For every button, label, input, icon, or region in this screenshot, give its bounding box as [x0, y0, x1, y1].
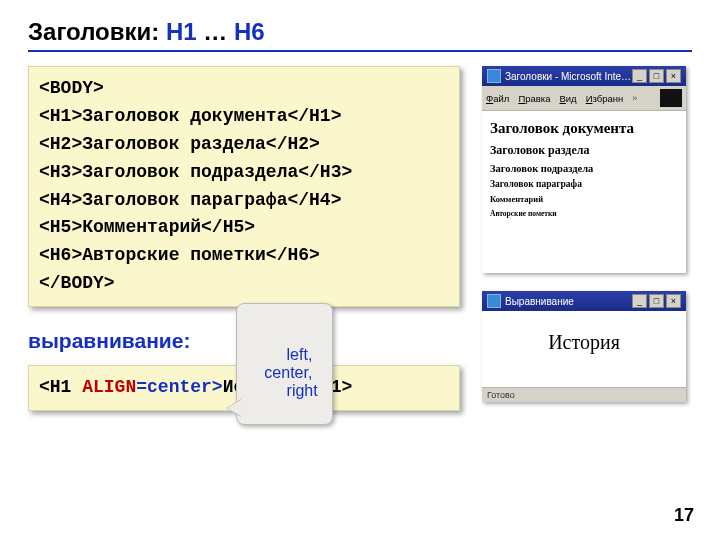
preview-browser-1: Заголовки - Microsoft Intern… _ □ × ФФай… — [482, 66, 686, 273]
code-h3-text: Заголовок подраздела — [82, 162, 298, 182]
preview-h2: Заголовок раздела — [490, 143, 678, 158]
menu-fav[interactable]: Избранн — [586, 93, 624, 104]
menu-view[interactable]: Вид — [559, 93, 576, 104]
app-icon — [487, 69, 501, 83]
code-body-open: <BODY> — [39, 78, 104, 98]
titlebar-2-text: Выравнивание — [505, 296, 632, 307]
page-number: 17 — [674, 505, 694, 526]
code-h1-close: </H1> — [287, 106, 341, 126]
preview-2-content: История — [482, 311, 686, 387]
title-mid: … — [197, 18, 234, 45]
code-h5-close: </H5> — [201, 217, 255, 237]
menubar-1: ФФайлайл Правка Вид Избранн » — [482, 86, 686, 111]
callout-right: right — [251, 382, 318, 399]
preview-h6: Авторские пометки — [490, 209, 678, 218]
status-text: Готово — [487, 390, 515, 400]
title-rule — [28, 50, 692, 52]
callout-center: center, — [251, 364, 312, 381]
title-h1: H1 — [166, 18, 197, 45]
callout-left: left, — [287, 346, 313, 363]
menu-file[interactable]: ФФайлайл — [486, 93, 509, 104]
main-code-block: <BODY> <H1>Заголовок документа</H1> <H2>… — [28, 66, 460, 307]
chevron-down-icon[interactable]: » — [632, 93, 637, 103]
preview-browser-2: Выравнивание _ □ × История Готово — [482, 291, 686, 402]
statusbar-2: Готово — [482, 387, 686, 402]
app-icon — [487, 294, 501, 308]
code-h3-open: <H3> — [39, 162, 82, 182]
code-h2-close: </H2> — [266, 134, 320, 154]
code-h5-text: Комментарий — [82, 217, 201, 237]
align-eq: =center> — [136, 377, 222, 397]
titlebar-1: Заголовки - Microsoft Intern… _ □ × — [482, 66, 686, 86]
code-h2-text: Заголовок раздела — [82, 134, 266, 154]
preview-centered-text: История — [490, 317, 678, 368]
maximize-icon[interactable]: □ — [649, 69, 664, 83]
close-icon[interactable]: × — [666, 294, 681, 308]
align-label-text: выравнивание: — [28, 329, 190, 352]
slide-title: Заголовки: H1 … H6 — [28, 18, 692, 46]
code-h5-open: <H5> — [39, 217, 82, 237]
minimize-icon[interactable]: _ — [632, 69, 647, 83]
minimize-icon[interactable]: _ — [632, 294, 647, 308]
code-h4-text: Заголовок параграфа — [82, 190, 287, 210]
preview-h4: Заголовок параграфа — [490, 179, 678, 189]
code-h6-open: <H6> — [39, 245, 82, 265]
close-icon[interactable]: × — [666, 69, 681, 83]
title-text: Заголовки: — [28, 18, 166, 45]
code-h1-text: Заголовок документа — [82, 106, 287, 126]
code-h3-close: </H3> — [298, 162, 352, 182]
code-h1-open: <H1> — [39, 106, 82, 126]
code-h4-close: </H4> — [287, 190, 341, 210]
code-body-close: </BODY> — [39, 273, 115, 293]
code-h6-text: Авторские пометки — [82, 245, 266, 265]
title-h6: H6 — [234, 18, 265, 45]
preview-1-content: Заголовок документа Заголовок раздела За… — [482, 111, 686, 273]
titlebar-1-text: Заголовки - Microsoft Intern… — [505, 71, 632, 82]
maximize-icon[interactable]: □ — [649, 294, 664, 308]
preview-h1: Заголовок документа — [490, 120, 678, 137]
preview-h3: Заголовок подраздела — [490, 163, 678, 174]
align-callout: left, center, right — [236, 303, 333, 425]
align-label: выравнивание: left, center, right — [28, 329, 460, 353]
ie-logo-icon — [660, 89, 682, 107]
preview-h5: Комментарий — [490, 194, 678, 204]
align-attr: ALIGN — [82, 377, 136, 397]
menu-edit[interactable]: Правка — [518, 93, 550, 104]
titlebar-2: Выравнивание _ □ × — [482, 291, 686, 311]
code-h4-open: <H4> — [39, 190, 82, 210]
code-h2-open: <H2> — [39, 134, 82, 154]
align-open: <H1 — [39, 377, 82, 397]
code-h6-close: </H6> — [266, 245, 320, 265]
